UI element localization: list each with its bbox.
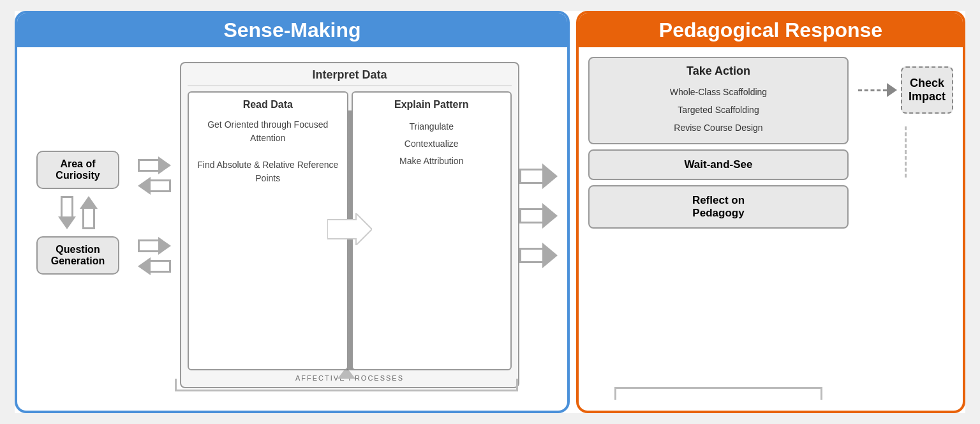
sm-arrows-right — [129, 150, 180, 301]
reflect-on-pedagogy-box: Reflect onPedagogy — [588, 185, 849, 229]
read-data-bullet1: Get Oriented through Focused Attention — [207, 119, 328, 143]
read-data-bullet2: Find Absolute & Relative Reference Point… — [197, 160, 338, 183]
big-center-arrow-icon — [327, 213, 372, 248]
sm-feedback-bottom — [145, 367, 548, 391]
left-arrow-top-icon — [138, 177, 171, 195]
svg-marker-0 — [327, 213, 372, 245]
take-action-item2: Targeted Scaffolding — [597, 101, 840, 119]
down-arrow-icon — [58, 196, 76, 229]
pg-body: Take Action Whole-Class Scaffolding Targ… — [588, 57, 953, 400]
pg-feedback-bottom — [588, 387, 849, 400]
sm-to-pg-arrows — [519, 163, 558, 287]
pedagogical-title: Pedagogical Response — [579, 13, 963, 47]
sm-pg-arrow-mid-icon — [519, 203, 558, 229]
up-arrow-icon — [80, 196, 98, 229]
take-action-item1: Whole-Class Scaffolding — [597, 83, 840, 101]
interpret-inner: Read Data Get Oriented through Focused A… — [188, 91, 512, 370]
vertical-arrows — [58, 196, 98, 229]
wait-and-see-label: Wait-and-See — [684, 158, 752, 170]
sm-body: Area ofCuriosity QuestionGeneration — [27, 54, 558, 397]
dashed-arrow-head-icon — [887, 83, 897, 97]
explain-item3: Make Attribution — [359, 153, 505, 170]
dashed-line — [858, 89, 887, 91]
explain-pattern-title: Explain Pattern — [359, 99, 505, 110]
area-of-curiosity-box: Area ofCuriosity — [36, 151, 119, 189]
sense-making-title: Sense-Making — [17, 13, 567, 47]
take-action-items: Whole-Class Scaffolding Targeted Scaffol… — [597, 83, 840, 137]
sm-pg-arrow-bot-icon — [519, 243, 558, 268]
feedback-bracket-line — [175, 379, 517, 391]
sm-pg-arrow-top-icon — [519, 163, 558, 189]
interpret-data-box: Interpret Data Read Data Get Oriented th… — [180, 62, 519, 388]
right-arrow-bottom-icon — [138, 237, 171, 255]
sm-left-col: Area ofCuriosity QuestionGeneration — [27, 151, 129, 300]
diagram-container: Sense-Making Area ofCuriosity QuestionGe… — [15, 11, 965, 413]
left-arrow-bottom-icon — [138, 257, 171, 275]
sense-making-panel: Sense-Making Area ofCuriosity QuestionGe… — [15, 11, 570, 413]
dashed-arrow-row: CheckImpact — [858, 66, 953, 114]
bottom-arrow-pair — [138, 237, 171, 275]
top-arrow-pair — [138, 156, 171, 195]
explain-item2: Contextualize — [359, 135, 505, 153]
reflect-on-pedagogy-label: Reflect onPedagogy — [692, 194, 745, 219]
dashed-vertical-line — [905, 126, 907, 178]
dashed-arrow — [858, 83, 897, 97]
check-impact-box: CheckImpact — [901, 66, 953, 114]
take-action-title: Take Action — [597, 64, 840, 78]
pg-actions-col: Take Action Whole-Class Scaffolding Targ… — [588, 57, 849, 400]
explain-pattern-box: Explain Pattern Triangulate Contextualiz… — [352, 91, 512, 370]
explain-pattern-content: Triangulate Contextualize Make Attributi… — [359, 118, 505, 169]
check-impact-col: CheckImpact — [858, 57, 953, 400]
read-data-title: Read Data — [195, 99, 341, 110]
wait-and-see-box: Wait-and-See — [588, 149, 849, 180]
pedagogical-panel: Pedagogical Response Take Action Whole-C… — [576, 11, 965, 413]
check-impact-label: CheckImpact — [909, 77, 946, 103]
explain-item1: Triangulate — [359, 118, 505, 135]
read-data-box: Read Data Get Oriented through Focused A… — [188, 91, 348, 370]
pg-feedback-top-line — [614, 387, 822, 400]
take-action-box: Take Action Whole-Class Scaffolding Targ… — [588, 57, 849, 144]
interpret-data-title: Interpret Data — [188, 68, 512, 86]
read-data-content: Get Oriented through Focused Attention F… — [195, 118, 341, 185]
question-generation-box: QuestionGeneration — [36, 236, 119, 275]
right-arrow-top-icon — [138, 156, 171, 174]
take-action-item3: Revise Course Design — [597, 119, 840, 137]
